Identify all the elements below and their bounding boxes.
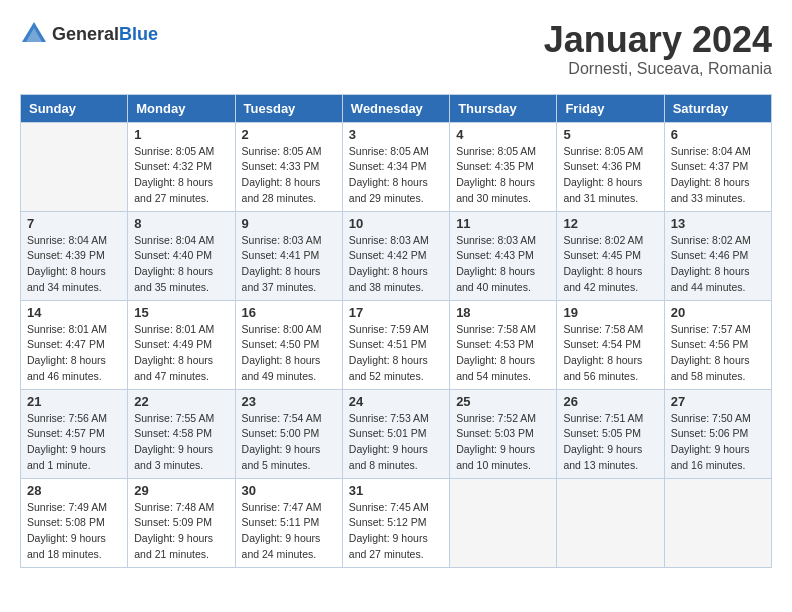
day-info: Sunrise: 8:04 AMSunset: 4:39 PMDaylight:… <box>27 233 121 296</box>
day-number: 29 <box>134 483 228 498</box>
day-number: 12 <box>563 216 657 231</box>
day-info: Sunrise: 8:04 AMSunset: 4:37 PMDaylight:… <box>671 144 765 207</box>
calendar-day-cell: 4Sunrise: 8:05 AMSunset: 4:35 PMDaylight… <box>450 122 557 211</box>
calendar-week-row: 28Sunrise: 7:49 AMSunset: 5:08 PMDayligh… <box>21 478 772 567</box>
day-info: Sunrise: 8:00 AMSunset: 4:50 PMDaylight:… <box>242 322 336 385</box>
day-info: Sunrise: 8:03 AMSunset: 4:41 PMDaylight:… <box>242 233 336 296</box>
day-info: Sunrise: 8:01 AMSunset: 4:47 PMDaylight:… <box>27 322 121 385</box>
calendar-day-header: Sunday <box>21 94 128 122</box>
day-number: 3 <box>349 127 443 142</box>
day-info: Sunrise: 7:47 AMSunset: 5:11 PMDaylight:… <box>242 500 336 563</box>
calendar-day-cell: 26Sunrise: 7:51 AMSunset: 5:05 PMDayligh… <box>557 389 664 478</box>
day-info: Sunrise: 7:54 AMSunset: 5:00 PMDaylight:… <box>242 411 336 474</box>
day-info: Sunrise: 7:49 AMSunset: 5:08 PMDaylight:… <box>27 500 121 563</box>
calendar-day-cell: 3Sunrise: 8:05 AMSunset: 4:34 PMDaylight… <box>342 122 449 211</box>
day-info: Sunrise: 8:05 AMSunset: 4:33 PMDaylight:… <box>242 144 336 207</box>
day-number: 14 <box>27 305 121 320</box>
day-number: 10 <box>349 216 443 231</box>
calendar-day-cell: 14Sunrise: 8:01 AMSunset: 4:47 PMDayligh… <box>21 300 128 389</box>
calendar-day-cell: 25Sunrise: 7:52 AMSunset: 5:03 PMDayligh… <box>450 389 557 478</box>
day-number: 9 <box>242 216 336 231</box>
day-info: Sunrise: 8:05 AMSunset: 4:32 PMDaylight:… <box>134 144 228 207</box>
day-number: 30 <box>242 483 336 498</box>
day-info: Sunrise: 8:02 AMSunset: 4:45 PMDaylight:… <box>563 233 657 296</box>
day-info: Sunrise: 8:05 AMSunset: 4:36 PMDaylight:… <box>563 144 657 207</box>
calendar-week-row: 1Sunrise: 8:05 AMSunset: 4:32 PMDaylight… <box>21 122 772 211</box>
logo: GeneralBlue <box>20 20 158 48</box>
calendar-day-header: Thursday <box>450 94 557 122</box>
calendar-day-cell: 20Sunrise: 7:57 AMSunset: 4:56 PMDayligh… <box>664 300 771 389</box>
day-info: Sunrise: 7:52 AMSunset: 5:03 PMDaylight:… <box>456 411 550 474</box>
calendar-day-cell: 1Sunrise: 8:05 AMSunset: 4:32 PMDaylight… <box>128 122 235 211</box>
day-info: Sunrise: 8:01 AMSunset: 4:49 PMDaylight:… <box>134 322 228 385</box>
logo-icon <box>20 20 48 48</box>
calendar-day-cell: 11Sunrise: 8:03 AMSunset: 4:43 PMDayligh… <box>450 211 557 300</box>
day-info: Sunrise: 8:03 AMSunset: 4:42 PMDaylight:… <box>349 233 443 296</box>
calendar-week-row: 14Sunrise: 8:01 AMSunset: 4:47 PMDayligh… <box>21 300 772 389</box>
calendar-day-cell <box>21 122 128 211</box>
calendar-day-header: Wednesday <box>342 94 449 122</box>
calendar-header-row: SundayMondayTuesdayWednesdayThursdayFrid… <box>21 94 772 122</box>
month-title: January 2024 <box>544 20 772 60</box>
day-number: 6 <box>671 127 765 142</box>
calendar-day-cell: 10Sunrise: 8:03 AMSunset: 4:42 PMDayligh… <box>342 211 449 300</box>
calendar-day-cell: 21Sunrise: 7:56 AMSunset: 4:57 PMDayligh… <box>21 389 128 478</box>
day-info: Sunrise: 7:57 AMSunset: 4:56 PMDaylight:… <box>671 322 765 385</box>
day-info: Sunrise: 8:03 AMSunset: 4:43 PMDaylight:… <box>456 233 550 296</box>
calendar-day-cell: 6Sunrise: 8:04 AMSunset: 4:37 PMDaylight… <box>664 122 771 211</box>
day-number: 25 <box>456 394 550 409</box>
calendar-day-cell <box>450 478 557 567</box>
calendar-day-cell: 18Sunrise: 7:58 AMSunset: 4:53 PMDayligh… <box>450 300 557 389</box>
day-info: Sunrise: 7:58 AMSunset: 4:53 PMDaylight:… <box>456 322 550 385</box>
calendar-week-row: 7Sunrise: 8:04 AMSunset: 4:39 PMDaylight… <box>21 211 772 300</box>
calendar-day-cell: 9Sunrise: 8:03 AMSunset: 4:41 PMDaylight… <box>235 211 342 300</box>
calendar-day-cell: 2Sunrise: 8:05 AMSunset: 4:33 PMDaylight… <box>235 122 342 211</box>
calendar-week-row: 21Sunrise: 7:56 AMSunset: 4:57 PMDayligh… <box>21 389 772 478</box>
calendar-day-cell: 16Sunrise: 8:00 AMSunset: 4:50 PMDayligh… <box>235 300 342 389</box>
day-number: 18 <box>456 305 550 320</box>
calendar-day-cell: 15Sunrise: 8:01 AMSunset: 4:49 PMDayligh… <box>128 300 235 389</box>
calendar-day-cell: 22Sunrise: 7:55 AMSunset: 4:58 PMDayligh… <box>128 389 235 478</box>
logo-general-text: General <box>52 24 119 44</box>
day-info: Sunrise: 7:51 AMSunset: 5:05 PMDaylight:… <box>563 411 657 474</box>
calendar-day-header: Tuesday <box>235 94 342 122</box>
calendar-day-cell: 5Sunrise: 8:05 AMSunset: 4:36 PMDaylight… <box>557 122 664 211</box>
day-info: Sunrise: 7:55 AMSunset: 4:58 PMDaylight:… <box>134 411 228 474</box>
page-header: GeneralBlue January 2024 Dornesti, Sucea… <box>20 20 772 78</box>
day-info: Sunrise: 7:45 AMSunset: 5:12 PMDaylight:… <box>349 500 443 563</box>
day-info: Sunrise: 7:56 AMSunset: 4:57 PMDaylight:… <box>27 411 121 474</box>
day-info: Sunrise: 8:05 AMSunset: 4:34 PMDaylight:… <box>349 144 443 207</box>
calendar-day-cell <box>664 478 771 567</box>
day-number: 26 <box>563 394 657 409</box>
day-number: 23 <box>242 394 336 409</box>
day-number: 20 <box>671 305 765 320</box>
day-number: 11 <box>456 216 550 231</box>
calendar-day-cell: 23Sunrise: 7:54 AMSunset: 5:00 PMDayligh… <box>235 389 342 478</box>
day-info: Sunrise: 7:50 AMSunset: 5:06 PMDaylight:… <box>671 411 765 474</box>
calendar-day-cell: 29Sunrise: 7:48 AMSunset: 5:09 PMDayligh… <box>128 478 235 567</box>
day-number: 16 <box>242 305 336 320</box>
calendar-day-cell: 12Sunrise: 8:02 AMSunset: 4:45 PMDayligh… <box>557 211 664 300</box>
calendar-day-cell: 13Sunrise: 8:02 AMSunset: 4:46 PMDayligh… <box>664 211 771 300</box>
calendar-day-header: Saturday <box>664 94 771 122</box>
calendar-day-cell: 28Sunrise: 7:49 AMSunset: 5:08 PMDayligh… <box>21 478 128 567</box>
day-number: 5 <box>563 127 657 142</box>
day-number: 7 <box>27 216 121 231</box>
calendar-day-cell: 17Sunrise: 7:59 AMSunset: 4:51 PMDayligh… <box>342 300 449 389</box>
calendar-table: SundayMondayTuesdayWednesdayThursdayFrid… <box>20 94 772 568</box>
calendar-day-cell <box>557 478 664 567</box>
day-number: 31 <box>349 483 443 498</box>
day-number: 1 <box>134 127 228 142</box>
logo-blue-text: Blue <box>119 24 158 44</box>
day-info: Sunrise: 8:02 AMSunset: 4:46 PMDaylight:… <box>671 233 765 296</box>
day-number: 13 <box>671 216 765 231</box>
calendar-day-cell: 30Sunrise: 7:47 AMSunset: 5:11 PMDayligh… <box>235 478 342 567</box>
location-text: Dornesti, Suceava, Romania <box>544 60 772 78</box>
calendar-day-cell: 31Sunrise: 7:45 AMSunset: 5:12 PMDayligh… <box>342 478 449 567</box>
calendar-day-cell: 19Sunrise: 7:58 AMSunset: 4:54 PMDayligh… <box>557 300 664 389</box>
calendar-day-header: Monday <box>128 94 235 122</box>
day-info: Sunrise: 7:59 AMSunset: 4:51 PMDaylight:… <box>349 322 443 385</box>
day-number: 21 <box>27 394 121 409</box>
calendar-day-header: Friday <box>557 94 664 122</box>
day-info: Sunrise: 8:04 AMSunset: 4:40 PMDaylight:… <box>134 233 228 296</box>
